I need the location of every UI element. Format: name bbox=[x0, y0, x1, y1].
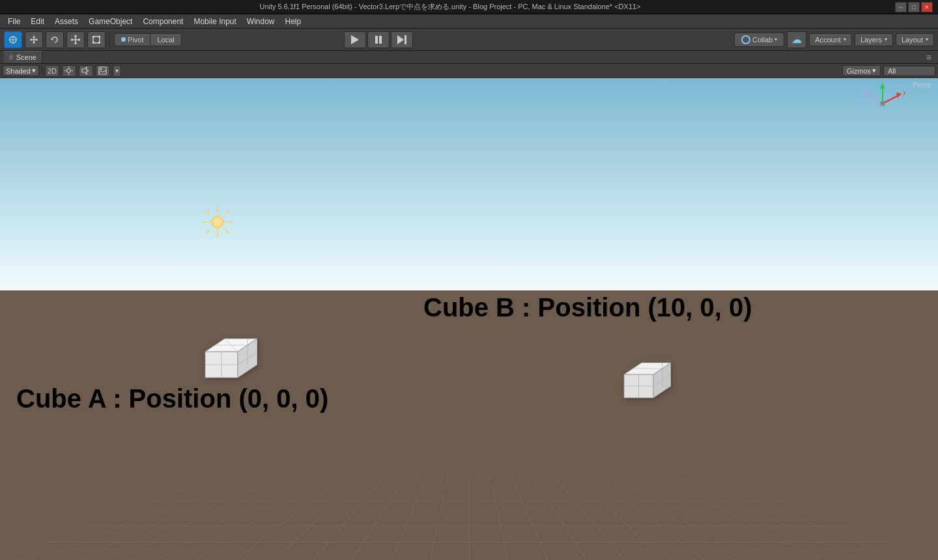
close-button[interactable]: ✕ bbox=[921, 2, 933, 12]
svg-marker-24 bbox=[397, 35, 404, 44]
svg-point-74 bbox=[880, 101, 885, 106]
toolbar: Pivot Local Collab ▾ bbox=[0, 29, 938, 51]
account-arrow: ▾ bbox=[844, 36, 846, 42]
gizmo-axes: Y X Z bbox=[860, 81, 905, 126]
step-button[interactable] bbox=[391, 31, 413, 48]
svg-text:Y: Y bbox=[881, 81, 885, 84]
panel-overflow-icon[interactable]: ≡ bbox=[924, 52, 934, 63]
collab-button[interactable]: Collab ▾ bbox=[734, 33, 784, 47]
minimize-button[interactable]: ─ bbox=[895, 2, 907, 12]
collab-label: Collab bbox=[752, 36, 773, 44]
pivot-label: Pivot bbox=[128, 36, 143, 44]
account-label: Account bbox=[815, 36, 841, 44]
scene-header: # Scene ≡ bbox=[0, 51, 938, 64]
layout-button[interactable]: Layout ▾ bbox=[896, 33, 934, 46]
gizmos-dropdown[interactable]: Gizmos ▾ bbox=[842, 65, 881, 76]
search-container bbox=[883, 66, 935, 76]
local-button[interactable]: Local bbox=[150, 34, 180, 46]
viewport-btn[interactable]: ▾ bbox=[113, 65, 121, 77]
svg-marker-66 bbox=[880, 83, 885, 89]
pivot-button[interactable]: Pivot bbox=[115, 34, 150, 46]
svg-line-43 bbox=[206, 231, 210, 234]
shaded-label: Shaded bbox=[6, 67, 31, 75]
account-button[interactable]: Account ▾ bbox=[809, 33, 852, 46]
svg-rect-23 bbox=[379, 36, 382, 44]
pivot-local-group: Pivot Local bbox=[114, 33, 182, 46]
shaded-dropdown[interactable]: Shaded ▾ bbox=[3, 65, 39, 76]
layout-label: Layout bbox=[902, 36, 923, 44]
layers-button[interactable]: Layers ▾ bbox=[855, 33, 893, 46]
menu-component[interactable]: Component bbox=[137, 16, 188, 27]
persp-label: Persp bbox=[913, 81, 931, 89]
pivot-dot bbox=[121, 37, 126, 42]
svg-rect-12 bbox=[75, 35, 77, 37]
collab-arrow: ▾ bbox=[775, 36, 777, 42]
2d-label: 2D bbox=[48, 67, 57, 75]
play-controls bbox=[344, 31, 413, 48]
svg-rect-18 bbox=[98, 36, 100, 38]
svg-point-33 bbox=[100, 68, 102, 70]
svg-rect-14 bbox=[71, 38, 73, 40]
rotate-tool-button[interactable] bbox=[46, 31, 64, 48]
audio-toggle[interactable] bbox=[79, 65, 93, 77]
menu-mobile-input[interactable]: Mobile Input bbox=[188, 16, 241, 27]
svg-point-35 bbox=[213, 217, 222, 227]
2d-toggle[interactable]: 2D bbox=[45, 65, 59, 77]
cube-a-label: Cube A : Position (0, 0, 0) bbox=[16, 384, 328, 413]
window-controls: ─ □ ✕ bbox=[895, 2, 933, 12]
svg-line-41 bbox=[226, 231, 229, 234]
svg-rect-15 bbox=[78, 38, 80, 40]
move-tool-button[interactable] bbox=[25, 31, 43, 48]
svg-marker-31 bbox=[82, 67, 87, 74]
play-button[interactable] bbox=[344, 31, 366, 48]
menu-bar: File Edit Assets GameObject Component Mo… bbox=[0, 14, 938, 29]
svg-marker-8 bbox=[36, 38, 38, 41]
local-label: Local bbox=[157, 36, 174, 44]
title-bar: Unity 5.6.1f1 Personal (64bit) - Vector3… bbox=[0, 0, 938, 14]
svg-rect-25 bbox=[405, 35, 406, 44]
svg-marker-5 bbox=[33, 36, 35, 38]
scale-tool-button[interactable] bbox=[66, 31, 85, 48]
opt-separator-1 bbox=[42, 66, 42, 76]
svg-line-42 bbox=[226, 211, 229, 214]
cube-a bbox=[192, 319, 257, 386]
scene-options-bar: Shaded ▾ 2D ▾ Gizmos ▾ bbox=[0, 64, 938, 78]
menu-file[interactable]: File bbox=[3, 16, 25, 27]
menu-assets[interactable]: Assets bbox=[50, 16, 83, 27]
hand-tool-button[interactable] bbox=[4, 31, 22, 48]
image-effects-toggle[interactable] bbox=[96, 65, 110, 77]
scene-options-right: Gizmos ▾ bbox=[842, 65, 935, 76]
svg-rect-22 bbox=[375, 36, 378, 44]
rect-tool-button[interactable] bbox=[87, 31, 106, 48]
svg-marker-7 bbox=[30, 38, 32, 41]
gizmos-label: Gizmos bbox=[847, 67, 871, 75]
layout-arrow: ▾ bbox=[926, 36, 928, 42]
separator-1 bbox=[109, 33, 110, 47]
cube-b bbox=[612, 345, 671, 406]
collab-icon bbox=[741, 35, 750, 44]
svg-rect-19 bbox=[92, 42, 94, 44]
svg-text:Z: Z bbox=[862, 88, 866, 94]
scene-tab-label: Scene bbox=[16, 53, 36, 61]
svg-rect-17 bbox=[92, 36, 94, 38]
cloud-icon: ☁ bbox=[791, 33, 802, 46]
scene-viewport: Cube A : Position (0, 0, 0) Cube B : Pos… bbox=[0, 78, 938, 560]
menu-edit[interactable]: Edit bbox=[25, 16, 50, 27]
gizmos-arrow: ▾ bbox=[872, 66, 876, 75]
scene-hash-icon: # bbox=[9, 53, 14, 62]
maximize-button[interactable]: □ bbox=[908, 2, 920, 12]
svg-line-68 bbox=[883, 95, 899, 104]
title-text: Unity 5.6.1f1 Personal (64bit) - Vector3… bbox=[5, 2, 895, 12]
svg-marker-69 bbox=[896, 92, 902, 98]
menu-help[interactable]: Help bbox=[280, 16, 307, 27]
search-input[interactable] bbox=[883, 66, 935, 76]
cloud-button[interactable]: ☁ bbox=[787, 31, 806, 48]
lighting-toggle[interactable] bbox=[62, 65, 76, 77]
scene-tab[interactable]: # Scene bbox=[4, 51, 42, 63]
menu-window[interactable]: Window bbox=[242, 16, 280, 27]
pause-button[interactable] bbox=[367, 31, 390, 48]
layers-arrow: ▾ bbox=[885, 36, 887, 42]
svg-text:X: X bbox=[903, 90, 905, 96]
svg-point-26 bbox=[67, 69, 71, 73]
menu-gameobject[interactable]: GameObject bbox=[83, 16, 137, 27]
